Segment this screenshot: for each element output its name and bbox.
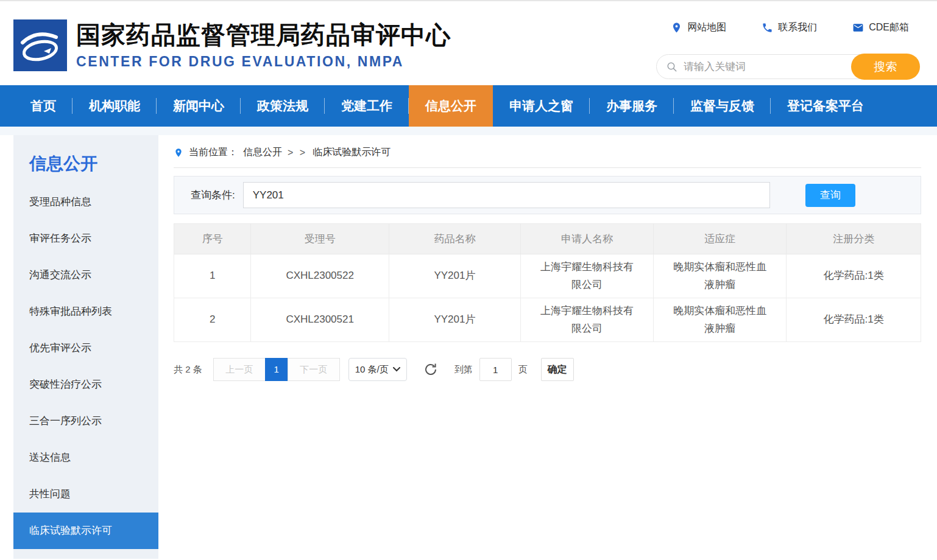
breadcrumb-separator: > > — [288, 147, 307, 158]
main-content: 当前位置： 信息公开 > > 临床试验默示许可 查询条件: 查询 序号 受理号 … — [174, 135, 921, 381]
goto-page: 到第 页 确定 — [454, 358, 574, 381]
cell-drug-name: YY201片 — [389, 298, 521, 342]
total-count: 共 2 条 — [174, 364, 202, 376]
sidebar-item-delivery-info[interactable]: 送达信息 — [13, 439, 158, 476]
phone-icon — [762, 22, 773, 33]
nav-services[interactable]: 办事服务 — [590, 85, 674, 127]
page-size-select[interactable]: 10 条/页 — [348, 358, 407, 381]
query-input[interactable] — [243, 182, 770, 208]
nav-functions[interactable]: 机构职能 — [72, 85, 157, 127]
sitemap-label: 网站地图 — [687, 21, 726, 34]
page-top-strip — [0, 127, 937, 135]
cell-registration-class: 化学药品:1类 — [787, 254, 921, 298]
sidebar-item-priority-review[interactable]: 优先审评公示 — [13, 330, 158, 366]
sidebar-item-clinical-trial-implied-license[interactable]: 临床试验默示许可 — [13, 513, 158, 549]
nav-news[interactable]: 新闻中心 — [157, 85, 241, 127]
sidebar-item-breakthrough-therapy[interactable]: 突破性治疗公示 — [13, 366, 158, 403]
contact-us-link[interactable]: 联系我们 — [762, 21, 817, 34]
goto-suffix: 页 — [518, 364, 528, 376]
confirm-button[interactable]: 确定 — [541, 358, 574, 381]
sidebar-item-communication[interactable]: 沟通交流公示 — [13, 257, 158, 293]
table-header-row: 序号 受理号 药品名称 申请人名称 适应症 注册分类 — [174, 224, 921, 254]
sidebar-item-special-approval[interactable]: 特殊审批品种列表 — [13, 293, 158, 330]
sitemap-link[interactable]: 网站地图 — [671, 21, 726, 34]
cell-index: 2 — [174, 298, 251, 342]
col-header-index: 序号 — [174, 224, 251, 254]
col-header-applicant: 申请人名称 — [520, 224, 653, 254]
location-pin-icon — [671, 22, 682, 33]
cde-logo — [13, 19, 67, 71]
page-buttons: 上一页 1 下一页 — [213, 358, 340, 381]
query-button[interactable]: 查询 — [805, 184, 855, 207]
sidebar-item-three-in-one[interactable]: 三合一序列公示 — [13, 403, 158, 439]
sidebar-title: 信息公开 — [13, 135, 158, 184]
cell-acceptance-no: CXHL2300522 — [251, 254, 389, 298]
main-nav: 首页 机构职能 新闻中心 政策法规 党建工作 信息公开 申请人之窗 办事服务 监… — [0, 85, 937, 127]
cell-registration-class: 化学药品:1类 — [787, 298, 921, 342]
site-title-english: CENTER FOR DRUG EVALUATION, NMPA — [76, 54, 451, 70]
chevron-down-icon — [393, 367, 400, 372]
goto-page-input[interactable] — [479, 358, 512, 381]
cell-index: 1 — [174, 254, 251, 298]
table-row: 1 CXHL2300522 YY201片 上海宇耀生物科技有限公司 晚期实体瘤和… — [174, 254, 921, 298]
contact-us-label: 联系我们 — [778, 21, 817, 34]
query-bar: 查询条件: 查询 — [174, 176, 921, 214]
search-button[interactable]: 搜索 — [851, 54, 920, 80]
location-pin-icon — [174, 147, 183, 159]
site-title-chinese: 国家药品监督管理局药品审评中心 — [76, 21, 451, 48]
col-header-indication: 适应症 — [654, 224, 787, 254]
breadcrumb-label: 当前位置： — [189, 146, 238, 159]
breadcrumb-section[interactable]: 信息公开 — [243, 146, 282, 159]
cell-applicant: 上海宇耀生物科技有限公司 — [520, 254, 653, 298]
sidebar: 信息公开 受理品种信息 审评任务公示 沟通交流公示 特殊审批品种列表 优先审评公… — [13, 135, 158, 559]
col-header-registration-class: 注册分类 — [787, 224, 921, 254]
page-number-button[interactable]: 1 — [265, 358, 288, 381]
nav-party-building[interactable]: 党建工作 — [325, 85, 409, 127]
col-header-drug-name: 药品名称 — [389, 224, 521, 254]
search-input[interactable] — [677, 61, 851, 73]
table-row: 2 CXHL2300521 YY201片 上海宇耀生物科技有限公司 晚期实体瘤和… — [174, 298, 921, 342]
nav-registration-platform[interactable]: 登记备案平台 — [771, 85, 880, 127]
sidebar-item-review-tasks[interactable]: 审评任务公示 — [13, 220, 158, 257]
cell-applicant: 上海宇耀生物科技有限公司 — [520, 298, 653, 342]
site-header: 国家药品监督管理局药品审评中心 CENTER FOR DRUG EVALUATI… — [0, 0, 937, 85]
cell-indication: 晚期实体瘤和恶性血液肿瘤 — [654, 254, 787, 298]
envelope-icon — [852, 22, 864, 33]
search-icon — [667, 61, 677, 72]
fish-swirl-icon — [13, 19, 67, 71]
page-body: 信息公开 受理品种信息 审评任务公示 沟通交流公示 特殊审批品种列表 优先审评公… — [0, 127, 937, 559]
nav-home[interactable]: 首页 — [14, 85, 72, 127]
site-search: 搜索 — [656, 54, 920, 79]
cell-indication: 晚期实体瘤和恶性血液肿瘤 — [654, 298, 787, 342]
next-page-button[interactable]: 下一页 — [288, 358, 340, 381]
nav-policies[interactable]: 政策法规 — [241, 85, 325, 127]
pagination: 共 2 条 上一页 1 下一页 10 条/页 到第 页 确定 — [174, 358, 921, 381]
breadcrumb-current: 临床试验默示许可 — [313, 146, 391, 159]
quick-links: 网站地图 联系我们 CDE邮箱 — [671, 21, 909, 34]
page-size-value: 10 条/页 — [355, 364, 389, 376]
nav-info-disclosure[interactable]: 信息公开 — [409, 85, 493, 127]
col-header-acceptance-no: 受理号 — [251, 224, 389, 254]
cell-acceptance-no: CXHL2300521 — [251, 298, 389, 342]
refresh-icon[interactable] — [423, 362, 438, 377]
goto-label: 到第 — [454, 364, 473, 376]
nav-applicant-window[interactable]: 申请人之窗 — [493, 85, 590, 127]
cell-drug-name: YY201片 — [389, 254, 521, 298]
query-label: 查询条件: — [191, 188, 235, 202]
breadcrumb: 当前位置： 信息公开 > > 临床试验默示许可 — [174, 135, 921, 168]
cde-mail-label: CDE邮箱 — [869, 21, 909, 34]
sidebar-item-common-issues[interactable]: 共性问题 — [13, 476, 158, 513]
nav-supervision-feedback[interactable]: 监督与反馈 — [674, 85, 771, 127]
cde-mail-link[interactable]: CDE邮箱 — [852, 21, 909, 34]
results-table: 序号 受理号 药品名称 申请人名称 适应症 注册分类 1 CXHL2300522… — [174, 223, 921, 342]
prev-page-button[interactable]: 上一页 — [213, 358, 266, 381]
sidebar-item-accepted-varieties[interactable]: 受理品种信息 — [13, 184, 158, 220]
